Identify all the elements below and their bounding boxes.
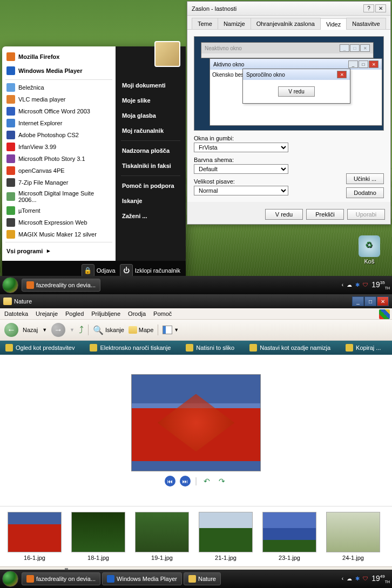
start-program-item[interactable]: Internet Explorer <box>2 117 116 129</box>
thumbnail-item[interactable]: 16-1.jpg <box>8 512 62 561</box>
maximize-button[interactable]: □ <box>364 296 376 306</box>
app-icon <box>6 206 15 215</box>
tray-arrow-icon[interactable]: ‹ <box>342 282 343 288</box>
tab-namizje[interactable]: Namizje <box>218 18 251 29</box>
logoff-button[interactable]: 🔒 Odjava <box>82 264 116 277</box>
tab-nastavitve[interactable]: Nastavitve <box>346 18 386 29</box>
start-right-item[interactable]: Moje slike <box>116 93 186 108</box>
tray-cloud-icon[interactable]: ☁ <box>347 576 352 582</box>
clock[interactable]: 1949TH <box>371 574 390 584</box>
start-program-item[interactable]: Microsoft Office Word 2003 <box>2 105 116 117</box>
start-right-item[interactable]: Pomoč in podpora <box>116 178 186 193</box>
start-right-item[interactable]: Moj računalnik <box>116 123 186 138</box>
start-program-item[interactable]: 7-Zip File Manager <box>2 177 116 188</box>
start-right-item[interactable]: Moja glasba <box>116 108 186 123</box>
menu-pomoč[interactable]: Pomoč <box>153 310 172 317</box>
start-button[interactable] <box>2 277 18 293</box>
forward-button[interactable]: → <box>51 323 65 337</box>
prev-image-button[interactable]: ⏮ <box>165 476 175 486</box>
action-item[interactable]: Elektronsko naroči tiskanje <box>90 344 171 352</box>
taskbar-task[interactable]: Nature <box>184 572 221 585</box>
thumbnail-image <box>71 512 125 552</box>
start-pinned-item[interactable]: Mozilla Firefox <box>2 50 116 64</box>
clock[interactable]: 1935TH <box>371 280 390 290</box>
tray-cloud-icon[interactable]: ☁ <box>347 282 352 288</box>
start-button[interactable] <box>2 571 18 587</box>
start-program-item[interactable]: openCanvas 4PE <box>2 165 116 177</box>
taskbar-task[interactable]: fazedreality on devia... <box>22 572 100 585</box>
menu-urejanje[interactable]: Urejanje <box>36 310 58 317</box>
search-button[interactable]: 🔍 Iskanje <box>93 325 124 335</box>
thumbnail-item[interactable]: 24-1.jpg <box>326 512 380 561</box>
thumbnail-item[interactable]: 23-1.jpg <box>262 512 316 561</box>
thumbnail-item[interactable]: 21-1.jpg <box>199 512 253 561</box>
start-program-item[interactable]: Microsoft Photo Story 3.1 <box>2 153 116 165</box>
cancel-button[interactable]: Prekliči <box>306 209 344 220</box>
menu-orodja[interactable]: Orodja <box>128 310 146 317</box>
advanced-button[interactable]: Dodatno <box>346 187 384 198</box>
windows-style-select[interactable]: FrVista <box>194 143 288 152</box>
start-program-item[interactable]: Microsoft Expression Web <box>2 217 116 228</box>
taskbar-task[interactable]: Windows Media Player <box>102 572 182 585</box>
windows-flag-icon[interactable] <box>379 309 390 319</box>
shutdown-button[interactable]: ⏻ Izklopi računalnik <box>120 264 180 277</box>
start-program-item[interactable]: µTorrent <box>2 205 116 217</box>
help-button[interactable]: ? <box>363 4 374 12</box>
start-right-item[interactable]: Zaženi ... <box>116 208 186 224</box>
app-icon <box>6 52 15 61</box>
ok-button[interactable]: V redu <box>265 209 303 220</box>
back-button[interactable]: ← <box>4 323 18 337</box>
rotate-right-button[interactable]: ↷ <box>217 476 227 486</box>
tab-ohranjevalnik zaslona[interactable]: Ohranjevalnik zaslona <box>251 18 321 29</box>
action-item[interactable]: Nastavi kot ozadje namizja <box>249 344 330 352</box>
app-icon <box>6 143 15 151</box>
thumbnail-item[interactable]: 19-1.jpg <box>135 512 189 561</box>
all-programs[interactable]: Vsi programi▸ <box>2 244 116 258</box>
start-pinned-item[interactable]: Windows Media Player <box>2 64 116 78</box>
start-program-item[interactable]: Microsoft Digital Image Suite 2006... <box>2 188 116 205</box>
security-icon[interactable]: 🛡 <box>363 576 368 582</box>
color-scheme-select[interactable]: Default <box>194 164 288 174</box>
power-icon: ⏻ <box>120 264 133 277</box>
rotate-left-button[interactable]: ↶ <box>201 476 212 486</box>
start-program-item[interactable]: IrfanView 3.99 <box>2 141 116 153</box>
recycle-bin[interactable]: Koš <box>359 235 380 265</box>
up-button[interactable]: ⤴ <box>79 325 84 336</box>
action-item[interactable]: Natisni to sliko <box>186 344 234 352</box>
tray-arrow-icon[interactable]: ‹ <box>342 576 343 582</box>
image-preview <box>131 374 261 471</box>
start-program-item[interactable]: VLC media player <box>2 93 116 105</box>
start-right-item[interactable]: Nadzorna plošča <box>116 143 186 158</box>
menu-pogled[interactable]: Pogled <box>65 310 84 317</box>
start-right-item[interactable]: Tiskalniki in faksi <box>116 158 186 173</box>
minimize-button[interactable]: _ <box>352 296 364 306</box>
tab-videz[interactable]: Videz <box>320 18 347 30</box>
action-icon <box>186 344 193 352</box>
user-avatar[interactable] <box>154 41 180 67</box>
security-icon[interactable]: 🛡 <box>363 282 368 288</box>
next-image-button[interactable]: ⏭ <box>180 476 191 486</box>
start-program-item[interactable]: Beležnica <box>2 82 116 93</box>
start-program-item[interactable]: Adobe Photoshop CS2 <box>2 129 116 141</box>
view-button[interactable]: ▼ <box>163 326 179 334</box>
bluetooth-icon[interactable]: ✱ <box>355 282 360 288</box>
apply-button[interactable]: Uporabi <box>347 209 385 220</box>
thumbnail-item[interactable]: 18-1.jpg <box>71 512 125 561</box>
menu-priljubljene[interactable]: Priljubljene <box>91 310 120 317</box>
start-program-item[interactable]: MAGIX Music Maker 12 silver <box>2 228 116 240</box>
folders-button[interactable]: Mape <box>129 326 154 334</box>
close-button[interactable]: ✕ <box>377 296 389 306</box>
effects-button[interactable]: Učinki ... <box>346 173 384 184</box>
thumbnail-image <box>135 512 189 552</box>
tab-teme[interactable]: Teme <box>192 18 218 29</box>
action-item[interactable]: Kopiraj ... <box>346 344 381 352</box>
action-item[interactable]: Ogled kot predstavitev <box>5 344 75 352</box>
font-size-select[interactable]: Normal <box>194 186 288 195</box>
bluetooth-icon[interactable]: ✱ <box>355 576 360 582</box>
menu-datoteka[interactable]: Datoteka <box>4 310 28 317</box>
taskbar-firefox[interactable]: fazedreality on devia... <box>22 279 100 292</box>
close-button[interactable]: ✕ <box>375 4 386 12</box>
start-right-item[interactable]: Moji dokumenti <box>116 78 186 93</box>
back-dropdown[interactable]: ▼ <box>42 327 47 333</box>
start-right-item[interactable]: Iskanje <box>116 193 186 208</box>
